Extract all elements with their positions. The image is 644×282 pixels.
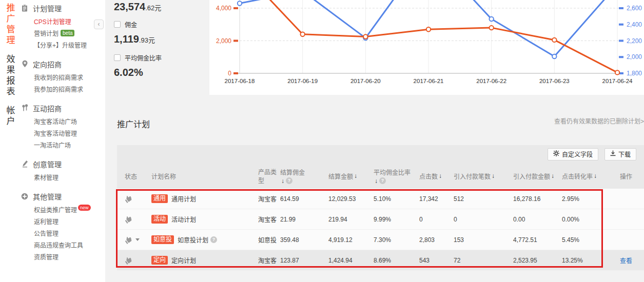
group-title-label: 其他管理 [33, 191, 62, 202]
col-header-clicks[interactable]: 点击数↓ [416, 163, 451, 189]
sidebar-item-label: 权益类推广管理 [34, 207, 77, 214]
table-row-general-plan[interactable]: 通用通用计划 淘宝客 614.59 12,029.53 5.10% 17,342… [117, 189, 644, 209]
thumb-up-status-icon[interactable] [123, 214, 133, 224]
cell-clicks: 2,803 [416, 230, 451, 250]
thumb-up-status-icon[interactable] [123, 235, 133, 245]
table-header-row: 状态 计划名称 产品类型 结算佣金 ↓? 结算金额↓ 平均佣金比率 ↓? 点击数… [117, 163, 644, 189]
table-row-ruyitou-plan[interactable]: 如意投如意投计划? 如意投 359.48 4,919.12 7.30% 2,80… [117, 230, 644, 250]
svg-text:2,200: 2,200 [627, 37, 642, 45]
sidebar-item-marketing-plan[interactable]: 营销计划beta [21, 28, 105, 40]
cell-clicks: 543 [416, 250, 451, 270]
thumb-up-status-icon[interactable] [123, 194, 133, 204]
svg-text:2017-06-22: 2017-06-22 [476, 78, 506, 84]
cell-product-type: 如意投 [254, 230, 277, 250]
sidebar-item-product-violation-query-tool[interactable]: 商品违规查询工具 [21, 240, 105, 252]
svg-text:2,000: 2,000 [216, 37, 231, 45]
group-title-creative-management[interactable]: 创意管理 [21, 158, 105, 170]
group-title-interactive-investment[interactable]: 互动招商 [21, 102, 105, 114]
plan-name[interactable]: 定向计划 [171, 256, 196, 265]
col-header-settlement-commission[interactable]: 结算佣金 ↓? [277, 163, 326, 189]
trend-line-chart[interactable]: 02,0004,0001,8002,0002,2002,4002,6002017… [209, 0, 644, 95]
col-header-click-conversion-rate[interactable]: 点击转化率↓ [558, 163, 608, 189]
rail-tab-effect-report[interactable]: 效果报表 [4, 54, 16, 97]
plan-name[interactable]: 活动计划 [171, 215, 196, 224]
table-row-activity-plan[interactable]: 活动活动计划 淘宝客 21.99 219.94 9.99% 0 0 0.00 0… [117, 209, 644, 230]
cell-settlement-amount: 219.94 [326, 209, 370, 229]
plan-name[interactable]: 通用计划 [171, 194, 196, 203]
cell-payment-orders: 153 [451, 230, 511, 250]
sidebar-item-material-management[interactable]: 素材管理 [21, 172, 105, 184]
sidebar-item-received-investment-requests[interactable]: 我收到的招商需求 [21, 72, 105, 84]
rail-tab-promotion-management[interactable]: 推广管理 [4, 3, 16, 46]
svg-text:0: 0 [228, 70, 231, 77]
group-title-other-management[interactable]: 其他管理 [21, 190, 105, 202]
svg-text:4,000: 4,000 [216, 5, 231, 12]
download-button[interactable]: 下载 [604, 148, 636, 160]
plan-name[interactable]: 如意投计划 [178, 235, 208, 244]
cell-product-type: 淘宝客 [254, 189, 277, 209]
cell-action [608, 209, 644, 229]
sort-desc-icon[interactable]: ↓ [492, 172, 495, 179]
sidebar-item-joined-investment-requests[interactable]: 我参加的招商需求 [21, 84, 105, 96]
commission-checkbox-label: 佣金 [125, 20, 137, 29]
menu-group-other: 其他管理 权益类推广管理new 返利管理 公告管理 商品违规查询工具 资质管理 [21, 190, 105, 264]
view-deleted-plans-link[interactable]: 查看仍有效果数据的已删除计划> [554, 116, 644, 125]
stat-value-commission: 1,119.93元 [114, 33, 209, 45]
cell-settlement-commission: 614.59 [277, 189, 326, 209]
creative-icon [21, 160, 29, 168]
sidebar-item-cps-plan-management[interactable]: CPS计划管理 [21, 16, 105, 28]
sidebar-item-rights-promotion-management[interactable]: 权益类推广管理new [21, 205, 105, 216]
sidebar-item-etao-activity-plaza[interactable]: 一淘活动广场 [21, 140, 105, 152]
sort-desc-icon[interactable]: ↓ [281, 177, 284, 185]
download-icon [610, 150, 616, 158]
sort-desc-icon[interactable]: ↓ [375, 177, 378, 185]
col-header-plan-name[interactable]: 计划名称 [147, 163, 254, 189]
col-header-avg-commission-rate[interactable]: 平均佣金比率 ↓? [370, 163, 416, 189]
col-header-status[interactable]: 状态 [117, 163, 147, 189]
commission-checkbox[interactable] [114, 21, 121, 28]
sort-desc-icon[interactable]: ↓ [354, 172, 357, 179]
cell-payment-orders: 512 [451, 189, 511, 209]
svg-text:2,000: 2,000 [627, 53, 642, 61]
sidebar-item-share-upgrade-management[interactable]: 【分享+】升级管理 [21, 40, 105, 52]
cell-clicks: 17,342 [416, 189, 451, 209]
cell-product-type: 淘宝客 [254, 250, 277, 270]
view-link[interactable]: 查看 [620, 256, 632, 265]
cell-action [608, 230, 644, 250]
sidebar-item-rebate-management[interactable]: 返利管理 [21, 216, 105, 228]
sort-desc-icon[interactable]: ↓ [594, 172, 597, 179]
gear-icon [553, 150, 559, 158]
svg-text:2017-06-20: 2017-06-20 [350, 78, 381, 84]
svg-text:2,400: 2,400 [627, 21, 642, 28]
rail-tab-account[interactable]: 帐户 [4, 106, 16, 127]
col-header-payment-amount[interactable]: 引入付款金额↓ [511, 163, 558, 189]
sort-desc-icon[interactable]: ↓ [551, 172, 554, 179]
cell-payment-orders: 0 [451, 209, 511, 229]
sidebar-collapse-button[interactable]: ‹ [94, 19, 104, 29]
avg-commission-rate-checkbox[interactable] [114, 54, 121, 61]
sort-desc-icon[interactable]: ↓ [439, 172, 442, 179]
sidebar-item-taobaoke-activity-plaza[interactable]: 淘宝客活动广场 [21, 116, 105, 128]
cps-plan-management-page: 推广管理 效果报表 帐户 计划管理 CPS计划管理 营销计划beta 【分享+】… [0, 0, 644, 282]
help-icon[interactable]: ? [210, 236, 217, 243]
group-title-targeted-investment[interactable]: 定向招商 [21, 58, 105, 70]
col-header-settlement-amount[interactable]: 结算金额↓ [326, 163, 370, 189]
group-title-plan-management[interactable]: 计划管理 [21, 2, 105, 14]
cell-avg-commission-rate: 5.10% [370, 189, 416, 209]
sidebar-item-announcement-management[interactable]: 公告管理 [21, 228, 105, 240]
menu-group-creative: 创意管理 素材管理 [21, 158, 105, 184]
sidebar-item-taobaoke-activity-management[interactable]: 淘宝客活动管理 [21, 128, 105, 140]
col-header-payment-orders[interactable]: 引入付款笔数↓ [451, 163, 511, 189]
table-row-targeted-plan[interactable]: 定向定向计划 淘宝客 123.87 1,424.94 8.69% 543 72 … [117, 250, 644, 271]
customize-fields-button[interactable]: 自定义字段 [548, 148, 598, 160]
svg-text:2017-06-23: 2017-06-23 [539, 78, 570, 84]
col-header-product-type[interactable]: 产品类型 [254, 163, 277, 189]
sidebar-item-qualification-management[interactable]: 资质管理 [21, 252, 105, 264]
cell-settlement-amount: 12,029.53 [326, 189, 370, 209]
stat-value-settlement-amount: 23,574.62元 [114, 1, 209, 13]
chevron-down-icon[interactable] [135, 238, 140, 241]
cell-payment-amount: 0.00 [511, 209, 558, 229]
thumb-up-status-icon[interactable] [123, 255, 133, 265]
help-icon[interactable]: ? [286, 177, 292, 184]
help-icon[interactable]: ? [379, 177, 386, 184]
